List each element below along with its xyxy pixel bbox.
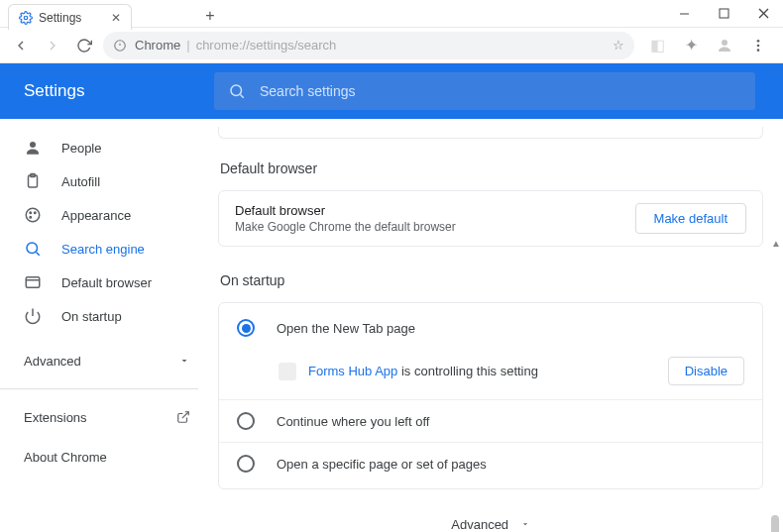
settings-content: Default browser Default browser Make Goo… <box>214 119 783 532</box>
window-maximize[interactable] <box>704 0 743 28</box>
sidebar-item-label: Autofill <box>61 174 100 189</box>
svg-point-12 <box>231 85 242 96</box>
menu-icon[interactable] <box>745 33 771 58</box>
svg-rect-2 <box>720 9 728 18</box>
forward-button[interactable] <box>40 33 65 58</box>
svg-point-11 <box>757 49 760 52</box>
sidebar-item-label: Appearance <box>61 208 131 223</box>
extension-icon[interactable]: ◧ <box>644 33 670 58</box>
extension-control-notice: Forms Hub App is controlling this settin… <box>219 349 762 400</box>
control-suffix: is controlling this setting <box>397 364 538 378</box>
external-link-icon <box>176 410 190 424</box>
security-chip: Chrome <box>135 38 180 53</box>
svg-point-17 <box>26 208 40 222</box>
scroll-up-icon[interactable]: ▲ <box>771 238 781 248</box>
svg-marker-28 <box>523 523 527 525</box>
scrollbar-thumb[interactable] <box>771 515 779 532</box>
scrollbar[interactable]: ▲ <box>771 238 781 532</box>
svg-line-22 <box>36 252 39 255</box>
startup-option-label: Open a specific page or set of pages <box>277 457 487 472</box>
window-titlebar: Settings ✕ + <box>0 0 783 28</box>
sidebar-item-label: On startup <box>61 309 122 324</box>
svg-line-13 <box>240 94 243 97</box>
svg-marker-26 <box>182 360 187 363</box>
radio-checked-icon <box>237 319 255 337</box>
tab-title: Settings <box>39 11 81 25</box>
svg-point-9 <box>757 40 760 43</box>
startup-option-continue[interactable]: Continue where you left off <box>219 400 762 443</box>
search-icon <box>24 240 42 258</box>
divider <box>0 388 198 389</box>
svg-line-27 <box>182 412 188 418</box>
window-close[interactable] <box>743 0 783 28</box>
sidebar-item-search-engine[interactable]: Search engine <box>0 232 202 266</box>
url-text: chrome://settings/search <box>196 38 337 53</box>
search-icon <box>228 82 246 100</box>
close-icon[interactable]: ✕ <box>111 11 121 25</box>
controlling-extension-link[interactable]: Forms Hub App <box>308 364 397 378</box>
sidebar-item-default-browser[interactable]: Default browser <box>0 266 202 299</box>
svg-point-18 <box>30 212 32 214</box>
browser-toolbar: Chrome | chrome://settings/search ☆ ◧ ✦ <box>0 28 783 63</box>
sidebar-item-label: Search engine <box>61 242 145 257</box>
svg-rect-23 <box>26 277 40 288</box>
default-browser-title: Default browser <box>235 203 456 218</box>
palette-icon <box>24 206 42 224</box>
make-default-button[interactable]: Make default <box>635 203 746 234</box>
svg-point-8 <box>722 40 727 46</box>
settings-sidebar: People Autofill Appearance Search engine… <box>0 119 214 532</box>
about-label: About Chrome <box>24 450 107 465</box>
sidebar-about[interactable]: About Chrome <box>0 437 214 477</box>
default-browser-card: Default browser Make Google Chrome the d… <box>218 190 763 247</box>
truncated-card <box>218 127 763 139</box>
advanced-bottom-label: Advanced <box>451 517 508 532</box>
startup-option-newtab[interactable]: Open the New Tab page <box>219 307 762 349</box>
startup-option-label: Open the New Tab page <box>277 321 415 336</box>
sidebar-item-people[interactable]: People <box>0 131 202 164</box>
svg-point-20 <box>30 217 32 219</box>
svg-point-10 <box>757 44 760 47</box>
window-minimize[interactable] <box>664 0 704 28</box>
extension-icon-2[interactable]: ✦ <box>678 33 704 58</box>
page-title: Settings <box>0 81 214 101</box>
person-icon <box>24 139 42 157</box>
sidebar-item-label: Default browser <box>61 275 152 290</box>
svg-point-19 <box>35 212 37 214</box>
reload-button[interactable] <box>71 33 97 58</box>
star-icon[interactable]: ☆ <box>613 38 624 53</box>
extensions-label: Extensions <box>24 410 87 425</box>
chevron-down-icon <box>520 519 530 529</box>
disable-button[interactable]: Disable <box>668 357 744 385</box>
extension-app-icon <box>279 363 296 380</box>
power-icon <box>24 307 42 325</box>
advanced-label: Advanced <box>24 354 81 369</box>
radio-icon <box>237 455 255 473</box>
chevron-down-icon <box>178 355 190 367</box>
startup-option-label: Continue where you left off <box>277 414 429 429</box>
settings-header: Settings Search settings <box>0 63 783 119</box>
sidebar-item-autofill[interactable]: Autofill <box>0 164 202 198</box>
radio-icon <box>237 412 255 430</box>
svg-point-0 <box>24 16 28 20</box>
browser-tab[interactable]: Settings ✕ <box>8 4 132 30</box>
section-on-startup: On startup <box>220 272 763 288</box>
sidebar-extensions[interactable]: Extensions <box>0 397 214 437</box>
search-settings-input[interactable]: Search settings <box>214 72 755 110</box>
back-button[interactable] <box>8 33 34 58</box>
sidebar-item-label: People <box>61 141 101 156</box>
sidebar-item-appearance[interactable]: Appearance <box>0 198 202 232</box>
sidebar-item-on-startup[interactable]: On startup <box>0 299 202 333</box>
address-bar[interactable]: Chrome | chrome://settings/search ☆ <box>103 32 634 59</box>
advanced-expander[interactable]: Advanced <box>218 489 763 532</box>
gear-icon <box>19 11 33 25</box>
section-default-browser: Default browser <box>220 160 763 176</box>
profile-icon[interactable] <box>712 33 737 58</box>
svg-point-21 <box>27 243 38 254</box>
new-tab-button[interactable]: + <box>200 6 220 26</box>
clipboard-icon <box>24 172 42 190</box>
sidebar-advanced[interactable]: Advanced <box>0 341 214 380</box>
search-placeholder: Search settings <box>260 83 356 99</box>
startup-option-specific[interactable]: Open a specific page or set of pages <box>219 443 762 484</box>
startup-card: Open the New Tab page Forms Hub App is c… <box>218 302 763 489</box>
browser-icon <box>24 273 42 291</box>
